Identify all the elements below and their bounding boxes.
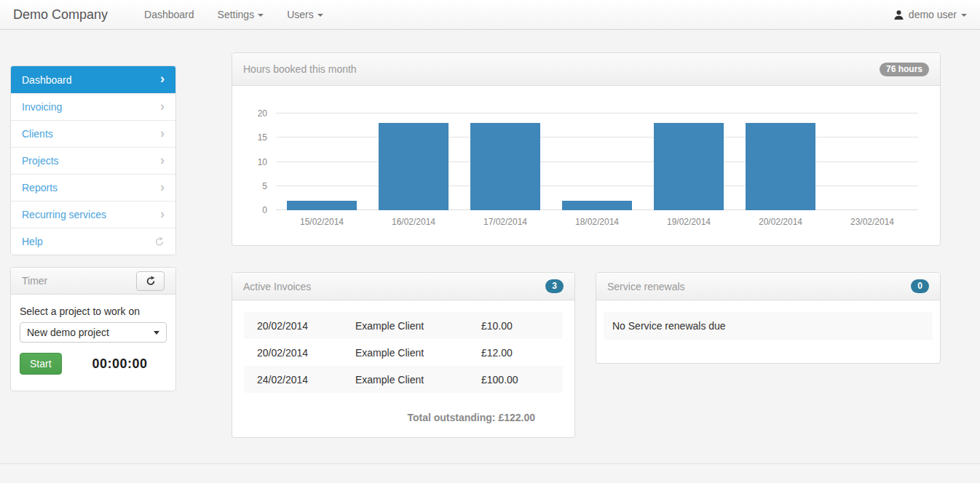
hours-booked-panel: Hours booked this month 76 hours 0510152… bbox=[232, 52, 941, 246]
chart-bar bbox=[379, 123, 448, 210]
chart-bar bbox=[287, 201, 357, 210]
project-select-label: Select a project to work on bbox=[20, 306, 167, 317]
brand-logo[interactable]: Demo Company bbox=[13, 7, 108, 23]
hours-booked-title: Hours booked this month bbox=[243, 63, 357, 75]
sidebar-item-recurring-services[interactable]: Recurring services › bbox=[11, 201, 175, 228]
sidebar-item-invoicing[interactable]: Invoicing › bbox=[11, 93, 175, 120]
bottom-row: Active Invoices 3 20/02/2014 Example Cli… bbox=[232, 272, 941, 438]
caret-down-icon bbox=[317, 14, 323, 17]
sidebar-item-projects[interactable]: Projects › bbox=[11, 147, 175, 174]
sidebar-menu: Dashboard › Invoicing › Clients › Projec… bbox=[10, 65, 176, 255]
top-navbar: Demo Company Dashboard Settings Users de… bbox=[0, 0, 980, 30]
y-axis-tick-label: 20 bbox=[258, 108, 267, 119]
caret-down-icon bbox=[258, 14, 264, 17]
y-axis-tick-label: 15 bbox=[258, 132, 267, 143]
chart-bar bbox=[470, 123, 540, 210]
caret-down-icon bbox=[961, 14, 967, 17]
nav-item-label: Dashboard bbox=[144, 9, 194, 20]
invoices-table: 20/02/2014 Example Client £10.00 20/02/2… bbox=[232, 300, 574, 423]
x-axis-tick-label: 18/02/2014 bbox=[551, 217, 643, 227]
invoice-row: 20/02/2014 Example Client £10.00 bbox=[244, 312, 563, 339]
chart-bar bbox=[562, 201, 632, 210]
chart-x-labels: 15/02/201416/02/201417/02/201418/02/2014… bbox=[276, 217, 918, 227]
sidebar-item-reports[interactable]: Reports › bbox=[11, 174, 175, 201]
invoice-date: 24/02/2014 bbox=[244, 374, 355, 386]
caret-down-icon bbox=[154, 331, 159, 335]
sidebar-item-clients[interactable]: Clients › bbox=[11, 120, 175, 147]
active-invoices-panel: Active Invoices 3 20/02/2014 Example Cli… bbox=[232, 272, 575, 438]
x-axis-tick-label: 23/02/2014 bbox=[826, 217, 918, 227]
invoice-amount: £12.00 bbox=[481, 347, 563, 359]
chart-bar-slot bbox=[643, 113, 735, 210]
chart-bar-slot bbox=[551, 113, 643, 210]
timer-controls: Start 00:00:00 bbox=[20, 353, 167, 375]
sidebar-item-label: Clients bbox=[22, 128, 53, 140]
sidebar-item-label: Invoicing bbox=[22, 101, 62, 113]
chart-plot: 05101520 bbox=[276, 113, 918, 210]
timer-panel-title: Timer bbox=[22, 275, 47, 287]
service-renewals-title: Service renewals bbox=[607, 281, 685, 292]
invoice-amount: £100.00 bbox=[481, 374, 563, 386]
export-icon bbox=[146, 276, 156, 286]
sidebar-item-label: Reports bbox=[22, 182, 58, 193]
y-axis-tick-label: 5 bbox=[262, 181, 267, 191]
external-link-icon bbox=[154, 236, 165, 247]
start-timer-button[interactable]: Start bbox=[20, 353, 62, 375]
sidebar-item-label: Recurring services bbox=[22, 209, 106, 220]
sidebar-item-help[interactable]: Help bbox=[11, 228, 175, 255]
chart-bars bbox=[276, 113, 918, 210]
user-icon bbox=[893, 9, 904, 20]
chevron-right-icon: › bbox=[160, 100, 165, 113]
nav-item-label: Settings bbox=[218, 9, 255, 20]
hours-total-badge: 76 hours bbox=[880, 63, 929, 76]
active-invoices-count-badge: 3 bbox=[545, 279, 564, 293]
chart-bar-slot bbox=[735, 113, 826, 210]
page-footer bbox=[0, 463, 980, 483]
chevron-right-icon: › bbox=[160, 207, 165, 220]
sidebar-item-label: Projects bbox=[22, 155, 59, 167]
invoice-amount: £10.00 bbox=[481, 320, 563, 332]
nav-item-settings[interactable]: Settings bbox=[206, 1, 276, 28]
x-axis-tick-label: 17/02/2014 bbox=[459, 217, 551, 227]
hours-booked-header: Hours booked this month 76 hours bbox=[232, 53, 940, 86]
chart-bar-slot bbox=[276, 113, 368, 210]
sidebar-item-label: Help bbox=[22, 236, 43, 247]
invoice-row: 20/02/2014 Example Client £12.00 bbox=[244, 339, 563, 366]
x-axis-tick-label: 20/02/2014 bbox=[735, 217, 826, 227]
invoice-client: Example Client bbox=[355, 374, 481, 386]
y-axis-tick-label: 0 bbox=[262, 205, 267, 215]
hours-chart: 05101520 15/02/201416/02/201417/02/20141… bbox=[232, 86, 940, 246]
service-renewals-body: No Service renewals due bbox=[596, 300, 940, 340]
nav-item-label: Users bbox=[287, 9, 314, 20]
sidebar-item-dashboard[interactable]: Dashboard › bbox=[11, 66, 175, 93]
project-select-value: New demo project bbox=[27, 327, 109, 338]
user-menu[interactable]: demo user bbox=[893, 9, 967, 20]
timer-display: 00:00:00 bbox=[92, 356, 148, 372]
sidebar: Dashboard › Invoicing › Clients › Projec… bbox=[10, 65, 176, 391]
chart-bar bbox=[746, 123, 815, 210]
timer-panel-body: Select a project to work on New demo pro… bbox=[11, 295, 175, 391]
active-invoices-title: Active Invoices bbox=[243, 281, 311, 292]
invoice-date: 20/02/2014 bbox=[244, 347, 355, 359]
timer-panel: Timer Select a project to work on New de… bbox=[10, 267, 176, 391]
sidebar-item-label: Dashboard bbox=[22, 74, 72, 86]
nav-item-dashboard[interactable]: Dashboard bbox=[133, 1, 206, 28]
active-invoices-header: Active Invoices 3 bbox=[232, 273, 574, 300]
x-axis-tick-label: 19/02/2014 bbox=[643, 217, 735, 227]
chevron-right-icon: › bbox=[160, 72, 165, 85]
invoice-client: Example Client bbox=[355, 347, 481, 359]
invoice-client: Example Client bbox=[355, 320, 481, 332]
invoice-date: 20/02/2014 bbox=[244, 320, 355, 332]
main-content: Hours booked this month 76 hours 0510152… bbox=[232, 52, 941, 438]
x-axis-tick-label: 16/02/2014 bbox=[368, 217, 459, 227]
chevron-right-icon: › bbox=[160, 180, 165, 193]
total-outstanding: Total outstanding: £122.00 bbox=[244, 412, 563, 423]
service-renewals-count-badge: 0 bbox=[911, 279, 929, 293]
timer-panel-header: Timer bbox=[11, 268, 175, 295]
service-renewals-panel: Service renewals 0 No Service renewals d… bbox=[596, 272, 941, 364]
nav-item-users[interactable]: Users bbox=[275, 1, 335, 28]
chevron-right-icon: › bbox=[160, 153, 165, 167]
project-select[interactable]: New demo project bbox=[20, 322, 167, 343]
timer-popout-button[interactable] bbox=[136, 271, 165, 291]
service-renewals-header: Service renewals 0 bbox=[596, 273, 940, 300]
